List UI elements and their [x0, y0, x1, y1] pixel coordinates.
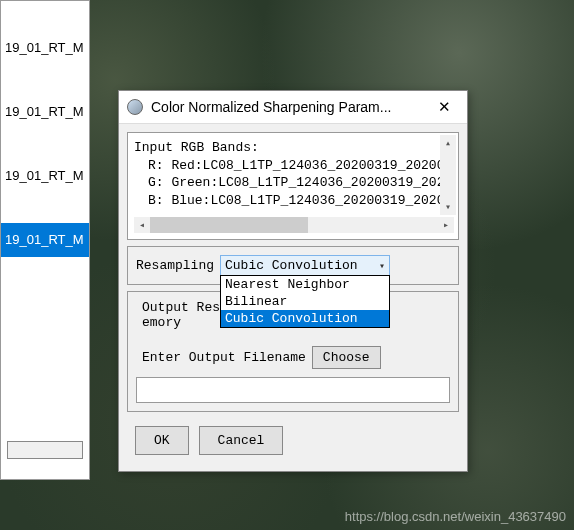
option-nearest-neighbor[interactable]: Nearest Neighbor [221, 276, 389, 293]
choose-button[interactable]: Choose [312, 346, 381, 369]
input-bands-group: Input RGB Bands: R: Red:LC08_L1TP_124036… [127, 132, 459, 240]
left-panel: 19_01_RT_M 19_01_RT_M 19_01_RT_M 19_01_R… [0, 0, 90, 480]
cancel-button[interactable]: Cancel [199, 426, 284, 455]
list-item[interactable]: 19_01_RT_M [1, 95, 89, 129]
horizontal-scrollbar[interactable]: ◂ ▸ [134, 217, 454, 233]
dialog-title: Color Normalized Sharpening Param... [151, 99, 429, 115]
list-item[interactable]: 19_01_RT_M [1, 31, 89, 65]
slider-track[interactable] [7, 441, 83, 459]
band-g: G: Green:LC08_L1TP_124036_20200319_2020 [134, 174, 454, 192]
dialog-footer: OK Cancel [127, 418, 459, 463]
app-icon [127, 99, 143, 115]
resampling-group: Resampling Cubic Convolution ▾ Nearest N… [127, 246, 459, 285]
output-filename-input[interactable] [136, 377, 450, 403]
chevron-down-icon: ▾ [379, 260, 385, 272]
scroll-down-icon[interactable]: ▾ [440, 199, 456, 215]
scroll-left-icon[interactable]: ◂ [134, 217, 150, 233]
resampling-selected: Cubic Convolution [225, 258, 358, 273]
watermark: https://blog.csdn.net/weixin_43637490 [345, 509, 566, 524]
scroll-up-icon[interactable]: ▴ [440, 135, 456, 151]
ok-button[interactable]: OK [135, 426, 189, 455]
bands-header: Input RGB Bands: [134, 139, 454, 157]
option-bilinear[interactable]: Bilinear [221, 293, 389, 310]
dialog-sharpening-params: Color Normalized Sharpening Param... ✕ I… [118, 90, 468, 472]
output-memory-label: emory [142, 315, 181, 330]
resampling-label: Resampling [136, 258, 214, 273]
list-item[interactable]: 19_01_RT_M [1, 159, 89, 193]
band-r: R: Red:LC08_L1TP_124036_20200319_20200 [134, 157, 454, 175]
output-filename-label: Enter Output Filename [142, 350, 306, 365]
scroll-right-icon[interactable]: ▸ [438, 217, 454, 233]
option-cubic-convolution[interactable]: Cubic Convolution [221, 310, 389, 327]
output-result-label: Output Res [142, 300, 220, 315]
list-item-selected[interactable]: 19_01_RT_M [1, 223, 89, 257]
close-button[interactable]: ✕ [429, 97, 459, 117]
band-b: B: Blue:LC08_L1TP_124036_20200319_20200 [134, 192, 454, 210]
resampling-select[interactable]: Cubic Convolution ▾ Nearest Neighbor Bil… [220, 255, 390, 276]
resampling-dropdown: Nearest Neighbor Bilinear Cubic Convolut… [220, 275, 390, 328]
vertical-scrollbar[interactable]: ▴ ▾ [440, 135, 456, 215]
scroll-thumb[interactable] [150, 217, 308, 233]
titlebar[interactable]: Color Normalized Sharpening Param... ✕ [119, 91, 467, 124]
